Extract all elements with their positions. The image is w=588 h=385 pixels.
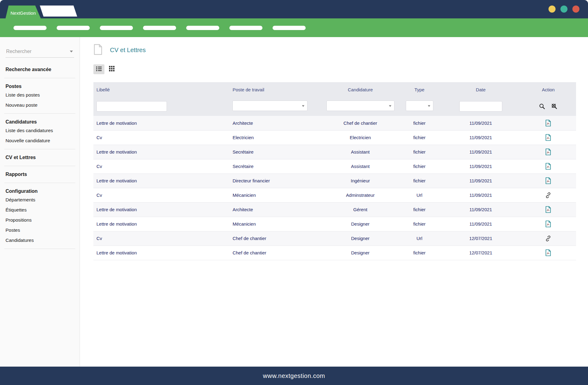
filter-poste-select[interactable] bbox=[232, 101, 307, 111]
pdf-file-icon[interactable] bbox=[545, 134, 551, 141]
column-header-candidature: Candidature bbox=[323, 82, 398, 97]
table-cell-action bbox=[521, 145, 576, 159]
sidebar-section-rapports[interactable]: Rapports bbox=[6, 172, 74, 177]
sidebar-section-candidatures: Candidatures bbox=[6, 119, 74, 125]
table-cell: Mécanicien bbox=[229, 217, 322, 231]
pdf-file-icon[interactable] bbox=[545, 148, 551, 155]
table-cell: 12/07/2021 bbox=[441, 246, 521, 260]
sidebar-divider bbox=[4, 78, 75, 78]
chevron-down-icon bbox=[70, 51, 73, 52]
nav-pill[interactable] bbox=[100, 26, 133, 30]
table-cell-action bbox=[521, 246, 576, 260]
nav-pill[interactable] bbox=[186, 26, 219, 30]
column-header-date: Date bbox=[441, 82, 521, 97]
column-header-action: Action bbox=[521, 82, 576, 97]
brand-logo-text: NextGestion bbox=[10, 9, 36, 16]
sidebar-divider bbox=[4, 113, 75, 114]
sidebar-item-etiquettes[interactable]: Étiquettes bbox=[6, 207, 74, 213]
sidebar-divider bbox=[4, 183, 75, 183]
table-cell: Adminstrateur bbox=[323, 188, 398, 202]
grid-view-button[interactable] bbox=[106, 64, 117, 74]
sidebar-section-recherche-avancee[interactable]: Recherche avancée bbox=[6, 67, 74, 72]
table-cell: Lettre de motivation bbox=[93, 145, 229, 159]
footer-url: www.nextgestion.com bbox=[263, 372, 325, 379]
table-row: Lettre de motivationDirecteur financierI… bbox=[93, 173, 576, 188]
table-cell: Url bbox=[398, 231, 441, 246]
sidebar-item-liste-des-candidatures[interactable]: Liste des candidatures bbox=[6, 128, 74, 133]
column-header-libelle: Libellé bbox=[93, 82, 229, 97]
table-cell: fichier bbox=[398, 116, 441, 130]
sidebar-item-nouveau-poste[interactable]: Nouveau poste bbox=[6, 102, 74, 108]
table-cell: fichier bbox=[398, 217, 441, 231]
pdf-file-icon[interactable] bbox=[545, 249, 551, 256]
nav-pill[interactable] bbox=[229, 26, 262, 30]
list-view-button[interactable] bbox=[93, 64, 104, 74]
table-cell: 11/09/2021 bbox=[441, 130, 521, 145]
restore-button[interactable] bbox=[560, 6, 567, 13]
sidebar: Recherche avancéePostesListe des postesN… bbox=[0, 37, 80, 367]
title-bar: NextGestion bbox=[0, 0, 588, 18]
page-title: CV et Lettres bbox=[110, 47, 146, 54]
link-icon[interactable] bbox=[545, 235, 552, 242]
minimize-button[interactable] bbox=[548, 6, 556, 13]
filter-candidature-select[interactable] bbox=[326, 101, 394, 111]
table-cell: fichier bbox=[398, 202, 441, 217]
table-cell: Cv bbox=[93, 188, 229, 202]
table-cell: Architecte bbox=[229, 202, 322, 217]
table-row: Lettre de motivationSecrétaireAssistantf… bbox=[93, 145, 576, 159]
table-cell: fichier bbox=[398, 173, 441, 188]
close-button[interactable] bbox=[572, 6, 579, 13]
app-window: NextGestion Recherche avancéePostesListe… bbox=[0, 0, 588, 385]
table-cell-action bbox=[521, 202, 576, 217]
table-cell: 11/09/2021 bbox=[441, 145, 521, 159]
link-icon[interactable] bbox=[545, 192, 552, 199]
table-cell: Lettre de motivation bbox=[93, 246, 229, 260]
table-filter-row bbox=[93, 97, 576, 116]
table-cell: 11/09/2021 bbox=[441, 116, 521, 130]
pdf-file-icon[interactable] bbox=[545, 163, 551, 170]
table-cell: Mécanicien bbox=[229, 188, 322, 202]
table-header-row: Libellé Poste de travail Candidature Typ… bbox=[93, 82, 576, 97]
table-cell: Chef de chantier bbox=[229, 246, 322, 260]
table-cell: Cv bbox=[93, 231, 229, 246]
table-row: CvElectricienElectricienfichier11/09/202… bbox=[93, 130, 576, 145]
sidebar-item-propositions[interactable]: Propositions bbox=[6, 217, 74, 223]
filter-type-select[interactable] bbox=[406, 101, 433, 111]
nav-pill[interactable] bbox=[143, 26, 176, 30]
sidebar-section-cv-et-lettres[interactable]: CV et Lettres bbox=[6, 155, 74, 160]
sidebar-item-liste-des-postes[interactable]: Liste des postes bbox=[6, 92, 74, 98]
table-cell: Designer bbox=[323, 217, 398, 231]
view-toggles bbox=[93, 64, 576, 74]
table-cell: 11/09/2021 bbox=[441, 202, 521, 217]
table-cell-action bbox=[521, 188, 576, 202]
nav-pill[interactable] bbox=[273, 26, 306, 30]
pdf-file-icon[interactable] bbox=[545, 206, 551, 213]
sidebar-item-candidatures[interactable]: Candidatures bbox=[6, 238, 74, 243]
pdf-file-icon[interactable] bbox=[545, 220, 551, 227]
chevron-down-icon bbox=[389, 105, 391, 107]
sidebar-item-nouvelle-candidature[interactable]: Nouvelle candidature bbox=[6, 138, 74, 143]
sidebar-item-postes[interactable]: Postes bbox=[6, 227, 74, 233]
table-cell: fichier bbox=[398, 145, 441, 159]
table-cell: Url bbox=[398, 188, 441, 202]
pdf-file-icon[interactable] bbox=[545, 120, 551, 127]
search-input[interactable] bbox=[6, 47, 74, 57]
pdf-file-icon[interactable] bbox=[545, 177, 551, 184]
column-header-poste: Poste de travail bbox=[229, 82, 322, 97]
sidebar-item-departements[interactable]: Départements bbox=[6, 197, 74, 203]
chevron-down-icon bbox=[428, 105, 430, 107]
table-cell: Lettre de motivation bbox=[93, 173, 229, 188]
search-icon[interactable] bbox=[539, 103, 545, 110]
table-cell-action bbox=[521, 217, 576, 231]
table-row: CvSecrétaireAssistantfichier11/09/2021 bbox=[93, 159, 576, 173]
filter-date-input[interactable] bbox=[459, 101, 502, 112]
table-row: CvMécanicienAdminstrateurUrl11/09/2021 bbox=[93, 188, 576, 202]
table-cell: Ingénieur bbox=[323, 173, 398, 188]
filter-libelle-input[interactable] bbox=[96, 101, 167, 112]
nav-pill[interactable] bbox=[13, 26, 47, 30]
search-off-icon[interactable] bbox=[551, 103, 558, 110]
table-cell: Secrétaire bbox=[229, 145, 322, 159]
table-cell: Lettre de motivation bbox=[93, 202, 229, 217]
nav-pill[interactable] bbox=[57, 26, 90, 30]
table-cell: Assistant bbox=[323, 159, 398, 173]
